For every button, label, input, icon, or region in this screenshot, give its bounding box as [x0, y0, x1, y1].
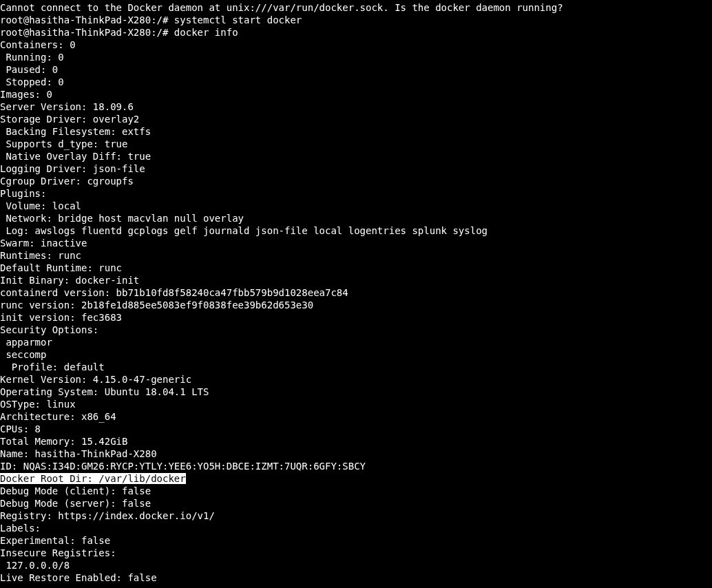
terminal-line: Server Version: 18.09.6 — [0, 101, 712, 113]
terminal-line: Runtimes: runc — [0, 249, 712, 262]
terminal-line: 127.0.0.0/8 — [0, 559, 712, 571]
terminal-line: Cannot connect to the Docker daemon at u… — [0, 1, 712, 14]
terminal-line: Debug Mode (server): false — [0, 497, 712, 510]
terminal-line: Containers: 0 — [0, 39, 712, 51]
terminal-line: Total Memory: 15.42GiB — [0, 435, 712, 448]
terminal-line: Native Overlay Diff: true — [0, 150, 712, 162]
terminal-line: containerd version: bb71b10fd8f58240ca47… — [0, 286, 712, 299]
terminal-line: Paused: 0 — [0, 63, 712, 76]
terminal-line: Insecure Registries: — [0, 547, 712, 559]
terminal-line: Labels: — [0, 522, 712, 534]
terminal-line: Running: 0 — [0, 51, 712, 63]
terminal-line: Logging Driver: json-file — [0, 162, 712, 175]
terminal-line: Security Options: — [0, 324, 712, 336]
terminal-line: Operating System: Ubuntu 18.04.1 LTS — [0, 386, 712, 398]
terminal-line: Default Runtime: runc — [0, 262, 712, 274]
terminal-line: Cgroup Driver: cgroupfs — [0, 175, 712, 187]
terminal-line: Registry: https://index.docker.io/v1/ — [0, 510, 712, 522]
terminal-line: Swarm: inactive — [0, 237, 712, 249]
terminal-line: Log: awslogs fluentd gcplogs gelf journa… — [0, 224, 712, 237]
terminal-line: Live Restore Enabled: false — [0, 571, 712, 584]
terminal-line: Init Binary: docker-init — [0, 274, 712, 286]
terminal-output[interactable]: Cannot connect to the Docker daemon at u… — [0, 0, 712, 584]
highlighted-text: Docker Root Dir: /var/lib/docker — [0, 473, 186, 484]
terminal-line: ID: NQAS:I34D:GM26:RYCP:YTLY:YEE6:YO5H:D… — [0, 460, 712, 472]
terminal-line: CPUs: 8 — [0, 423, 712, 435]
terminal-line: Plugins: — [0, 187, 712, 200]
terminal-line: Volume: local — [0, 200, 712, 212]
terminal-line: root@hasitha-ThinkPad-X280:/# docker inf… — [0, 26, 712, 39]
terminal-line: Architecture: x86_64 — [0, 410, 712, 423]
terminal-line: Backing Filesystem: extfs — [0, 125, 712, 138]
terminal-line: Network: bridge host macvlan null overla… — [0, 212, 712, 224]
terminal-line: Stopped: 0 — [0, 76, 712, 88]
terminal-line: Name: hasitha-ThinkPad-X280 — [0, 448, 712, 460]
terminal-line: Kernel Version: 4.15.0-47-generic — [0, 373, 712, 386]
terminal-line: Storage Driver: overlay2 — [0, 113, 712, 125]
terminal-line: Images: 0 — [0, 88, 712, 101]
terminal-line: init version: fec3683 — [0, 311, 712, 324]
terminal-line: Debug Mode (client): false — [0, 485, 712, 497]
terminal-line: runc version: 2b18fe1d885ee5083ef9f0838f… — [0, 299, 712, 311]
terminal-line: OSType: linux — [0, 398, 712, 410]
terminal-line: root@hasitha-ThinkPad-X280:/# systemctl … — [0, 14, 712, 26]
terminal-line: apparmor — [0, 336, 712, 348]
terminal-line: Supports d_type: true — [0, 138, 712, 150]
terminal-line: Experimental: false — [0, 534, 712, 547]
terminal-line: seccomp — [0, 348, 712, 361]
terminal-line: Docker Root Dir: /var/lib/docker — [0, 472, 712, 485]
terminal-line: Profile: default — [0, 361, 712, 373]
